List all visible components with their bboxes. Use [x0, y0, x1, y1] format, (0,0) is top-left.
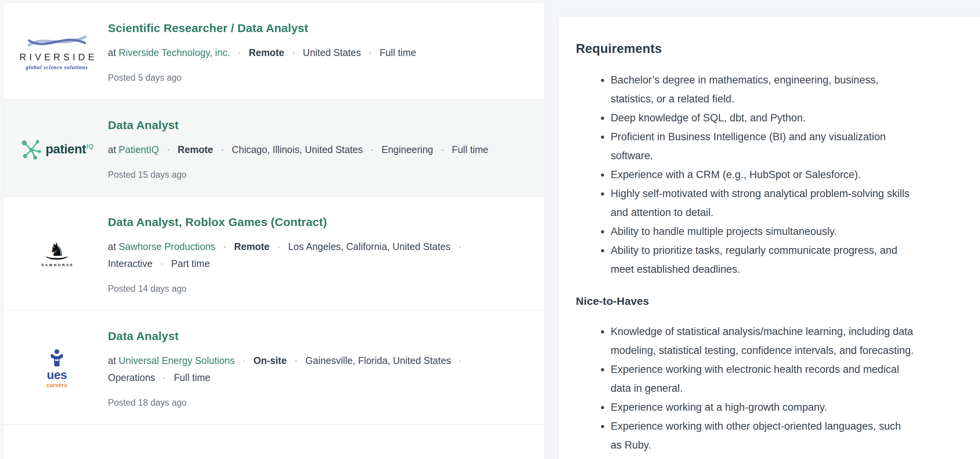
separator-dot: ·: [242, 355, 246, 366]
job-details-panel[interactable]: Requirements Bachelor’s degree in mathem…: [558, 16, 980, 459]
separator-dot: ·: [277, 241, 280, 252]
separator-dot: ·: [167, 144, 170, 155]
separator-dot: ·: [160, 258, 163, 269]
job-commitment: Part time: [171, 258, 210, 269]
network-molecule-icon: [20, 138, 43, 160]
job-summary: Data Analyst at Universal Energy Solutio…: [108, 329, 529, 408]
company-link[interactable]: PatientIQ: [119, 144, 159, 155]
separator-dot: ·: [294, 355, 297, 366]
requirement-item: Proficient in Business Intelligence (BI)…: [610, 128, 916, 165]
workplace-type: On-site: [253, 355, 287, 366]
riverside-logo: RIVERSIDE global science solutions: [19, 34, 95, 70]
company-link[interactable]: Sawhorse Productions: [119, 241, 215, 252]
separator-dot: ·: [221, 144, 224, 155]
job-summary: Data Analyst, Roblox Games (Contract) at…: [108, 215, 529, 294]
patientiq-iq-mark: IQ: [86, 143, 94, 150]
person-icon: [48, 349, 65, 367]
job-card-ues[interactable]: ues careers Data Analyst at Universal En…: [3, 310, 544, 424]
job-department: Operations: [108, 372, 155, 383]
job-title-link[interactable]: Scientific Researcher / Data Analyst: [108, 21, 308, 36]
company-link[interactable]: Universal Energy Solutions: [119, 355, 235, 366]
separator-dot: ·: [458, 241, 461, 252]
requirements-heading: Requirements: [576, 41, 971, 56]
workplace-type: Remote: [234, 241, 270, 252]
job-card-next[interactable]: [3, 424, 544, 447]
nice-to-have-item: Knowledge of statistical analysis/machin…: [610, 322, 916, 360]
separator-dot: ·: [292, 47, 295, 58]
job-card-riverside[interactable]: RIVERSIDE global science solutions Scien…: [3, 3, 544, 99]
at-label: at: [108, 47, 116, 58]
nice-to-haves-heading: Nice-to-Haves: [576, 295, 971, 308]
nice-to-have-item: Experience working with electronic healt…: [610, 360, 916, 398]
job-card-patientiq[interactable]: patientIQ Data Analyst at PatientIQ · Re…: [3, 99, 544, 196]
requirement-item: Experience with a CRM (e.g., HubSpot or …: [610, 165, 916, 184]
job-list-panel: RIVERSIDE global science solutions Scien…: [3, 3, 545, 459]
job-title-link[interactable]: Data Analyst, Roblox Games (Contract): [108, 215, 327, 230]
requirement-item: Bachelor’s degree in mathematics, engine…: [610, 71, 916, 109]
requirement-item: Highly self-motivated with strong analyt…: [610, 184, 916, 222]
at-label: at: [108, 144, 116, 155]
sawhorse-wordmark: SAWHORSE: [41, 264, 74, 267]
job-summary: Data Analyst at PatientIQ · Remote · Chi…: [108, 118, 529, 180]
separator-dot: ·: [370, 144, 374, 155]
nice-to-haves-list: Knowledge of statistical analysis/machin…: [576, 322, 916, 455]
job-commitment: Full time: [379, 47, 416, 58]
job-meta: at Sawhorse Productions · Remote · Los A…: [108, 238, 470, 272]
job-department: Engineering: [382, 144, 433, 155]
at-label: at: [108, 241, 116, 252]
at-label: at: [108, 355, 116, 366]
riverside-wordmark: RIVERSIDE: [19, 53, 97, 62]
job-department: Interactive: [108, 258, 152, 269]
nice-to-have-item: Experience working at a high-growth comp…: [610, 398, 916, 417]
requirement-item: Ability to handle multiple projects simu…: [610, 222, 916, 241]
company-link[interactable]: Riverside Technology, inc.: [119, 47, 230, 58]
job-location: Los Angeles, California, United States: [288, 241, 451, 252]
job-location: Gainesville, Florida, United States: [306, 355, 451, 366]
requirements-list: Bachelor’s degree in mathematics, engine…: [576, 71, 916, 279]
separator-dot: ·: [163, 372, 166, 383]
patientiq-wordmark: patient: [46, 142, 86, 156]
job-location: Chicago, Illinois, United States: [232, 144, 363, 155]
rocking-horse-icon: ♞: [41, 242, 73, 257]
separator-dot: ·: [238, 47, 241, 58]
job-meta: at Universal Energy Solutions · On-site …: [108, 352, 470, 386]
requirement-item: Deep knowledge of SQL, dbt, and Python.: [610, 109, 916, 128]
job-meta: at Riverside Technology, inc. · Remote ·…: [108, 44, 529, 61]
posted-date: Posted 18 days ago: [108, 398, 529, 408]
posted-date: Posted 14 days ago: [108, 284, 529, 294]
job-card-sawhorse[interactable]: ♞ SAWHORSE Data Analyst, Roblox Games (C…: [3, 196, 544, 310]
workplace-type: Remote: [249, 47, 284, 58]
ues-logo: ues careers: [19, 349, 95, 388]
job-location: United States: [303, 47, 361, 58]
separator-dot: ·: [459, 355, 462, 366]
job-title-link[interactable]: Data Analyst: [108, 329, 179, 343]
job-title-link[interactable]: Data Analyst: [108, 118, 179, 133]
separator-dot: ·: [369, 47, 372, 58]
job-summary: Scientific Researcher / Data Analyst at …: [108, 21, 529, 83]
ues-wordmark: ues: [46, 369, 67, 381]
patientiq-logo: patientIQ: [19, 138, 95, 160]
posted-date: Posted 5 days ago: [108, 73, 529, 83]
job-meta: at PatientIQ · Remote · Chicago, Illinoi…: [108, 141, 529, 158]
river-waves-icon: [26, 34, 88, 51]
sawhorse-logo: ♞ SAWHORSE: [19, 242, 95, 267]
separator-dot: ·: [223, 241, 226, 252]
riverside-tagline: global science solutions: [19, 65, 94, 70]
ues-careers-label: careers: [46, 382, 67, 388]
job-commitment: Full time: [174, 372, 210, 383]
requirement-item: Ability to prioritize tasks, regularly c…: [610, 241, 916, 279]
separator-dot: ·: [441, 144, 444, 155]
posted-date: Posted 15 days ago: [108, 170, 529, 180]
job-commitment: Full time: [452, 144, 488, 155]
nice-to-have-item: Experience working with other object-ori…: [610, 417, 904, 455]
workplace-type: Remote: [178, 144, 213, 155]
